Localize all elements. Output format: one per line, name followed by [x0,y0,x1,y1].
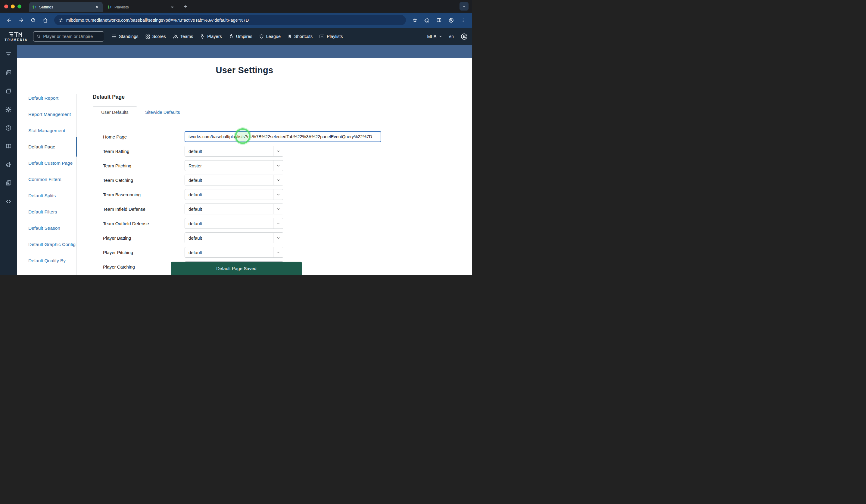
scores-icon [145,34,150,39]
trumedia-logo[interactable]: TRUMEDIA [4,32,28,42]
global-search[interactable] [33,31,104,42]
settings-nav: Default ReportReport ManagementStat Mana… [28,94,77,275]
chevron-down-icon[interactable] [273,204,283,214]
user-avatar[interactable] [460,33,468,40]
settings-nav-item[interactable]: Default Custom Page [28,160,76,166]
home-page-input[interactable] [185,131,381,142]
close-tab-icon[interactable] [95,4,100,10]
select-value: default [185,235,273,240]
language-selector[interactable]: en [449,34,454,39]
default-select[interactable]: default [185,218,284,229]
gear-icon[interactable] [0,100,17,119]
default-select[interactable]: default [185,247,284,258]
settings-nav-item[interactable]: Common Filters [28,177,76,182]
chevron-down-icon[interactable] [273,218,283,228]
default-select[interactable]: default [185,233,284,243]
window-controls[interactable] [4,4,21,9]
code-icon[interactable] [0,192,17,211]
nav-teams[interactable]: Teams [173,34,193,40]
search-icon [36,34,41,39]
tab-search-icon[interactable] [459,2,468,11]
banner-strip [17,45,472,58]
settings-nav-item[interactable]: Default Splits [28,193,76,199]
chevron-down-icon[interactable] [273,247,283,257]
form-row: Team Catching default [93,175,448,186]
settings-content: Default Page User DefaultsSitewide Defau… [77,94,472,275]
chevron-down-icon[interactable] [273,189,283,200]
chevron-down-icon[interactable] [273,146,283,156]
nav-playlists[interactable]: Playlists [319,34,343,39]
default-select[interactable]: default [185,146,284,157]
section-heading: Default Page [93,94,448,100]
league-icon [259,34,264,39]
settings-nav-item[interactable]: Default Season [28,225,76,231]
trumedia-logo-mark [9,32,24,38]
default-select[interactable]: default [185,189,284,200]
site-info-icon[interactable] [58,18,63,23]
reload-icon[interactable] [28,15,38,25]
settings-nav-item[interactable]: Default Qualify By [28,258,76,264]
chevron-down-icon[interactable] [273,175,283,185]
settings-nav-item[interactable]: Default Report [28,95,76,101]
maximize-window-button[interactable] [18,4,21,9]
filter-icon[interactable] [0,45,17,64]
field-label: Team Batting [103,149,185,154]
close-tab-icon[interactable] [170,4,175,10]
url-text: mlbdemo.trumedianetworks.com/baseball/se… [66,18,249,23]
field-label: Home Page [103,134,185,139]
teams-icon [173,34,178,40]
toast-notification: Default Page Saved [171,262,302,275]
search-input[interactable] [43,34,101,39]
field-label: Team Pitching [103,163,185,168]
default-select[interactable]: default [185,175,284,186]
playlists-icon [319,34,325,39]
close-window-button[interactable] [4,4,8,9]
browser-toolbar: mlbdemo.trumedianetworks.com/baseball/se… [0,13,472,28]
profile-icon[interactable] [446,15,456,25]
nav-umpires[interactable]: Umpires [229,34,252,39]
default-select[interactable]: default [185,203,284,214]
menu-dots-icon[interactable] [458,15,468,25]
defaults-tabs: User DefaultsSitewide Defaults [93,106,448,118]
back-icon[interactable] [4,15,14,25]
settings-nav-item[interactable]: Default Filters [28,209,76,215]
nav-league[interactable]: League [259,34,281,39]
new-tab-icon[interactable] [181,2,189,11]
megaphone-icon[interactable] [0,155,17,174]
settings-nav-item[interactable]: Stat Management [28,128,76,134]
book-icon[interactable] [0,137,17,155]
select-value: Roster [185,163,273,168]
settings-nav-item[interactable]: Default Page [28,144,76,150]
chevron-down-icon[interactable] [273,233,283,243]
nav-label: Teams [180,34,193,39]
browser-tab[interactable]: Settings [29,2,103,12]
default-select[interactable]: Roster [185,160,284,171]
video-library-icon[interactable] [0,64,17,82]
extensions-icon[interactable] [422,15,432,25]
defaults-tab[interactable]: Sitewide Defaults [137,107,188,118]
cards-icon[interactable] [0,82,17,100]
nav-label: Players [207,34,222,39]
nav-shortcuts[interactable]: Shortcuts [287,34,313,39]
chevron-down-icon[interactable] [273,160,283,171]
settings-nav-item[interactable]: Report Management [28,111,76,117]
address-bar[interactable]: mlbdemo.trumedianetworks.com/baseball/se… [54,15,406,25]
browser-tab[interactable]: Playlists [104,2,178,12]
nav-label: Shortcuts [294,34,313,39]
side-panel-icon[interactable] [434,15,444,25]
bookmark-star-icon[interactable] [410,15,420,25]
nav-label: Umpires [236,34,252,39]
league-selector[interactable]: MLB [427,34,443,39]
settings-nav-item[interactable]: Default Graphic Config [28,242,76,247]
forward-icon[interactable] [16,15,26,25]
nav-standings[interactable]: Standings [111,34,138,39]
defaults-tab[interactable]: User Defaults [93,106,137,118]
gallery-icon[interactable] [0,174,17,192]
browser-window: Settings Playlists [0,0,472,275]
help-icon[interactable] [0,119,17,137]
app-header: TRUMEDIA Standings Scores Teams Players [0,28,472,45]
nav-scores[interactable]: Scores [145,34,166,39]
minimize-window-button[interactable] [11,4,15,9]
nav-players[interactable]: Players [200,34,222,39]
home-icon[interactable] [40,15,51,25]
